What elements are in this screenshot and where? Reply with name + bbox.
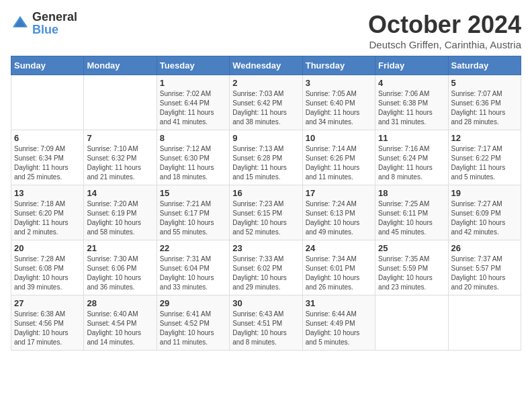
day-info: Sunrise: 6:44 AM Sunset: 4:49 PM Dayligh… bbox=[306, 310, 372, 347]
calendar-cell: 30Sunrise: 6:43 AM Sunset: 4:51 PM Dayli… bbox=[230, 295, 302, 351]
calendar-cell: 29Sunrise: 6:41 AM Sunset: 4:52 PM Dayli… bbox=[157, 295, 229, 351]
day-number: 20 bbox=[14, 243, 81, 253]
calendar-cell: 8Sunrise: 7:12 AM Sunset: 6:30 PM Daylig… bbox=[157, 130, 229, 185]
calendar-cell: 1Sunrise: 7:02 AM Sunset: 6:44 PM Daylig… bbox=[157, 75, 229, 130]
day-number: 4 bbox=[378, 78, 445, 88]
day-info: Sunrise: 7:23 AM Sunset: 6:15 PM Dayligh… bbox=[232, 199, 299, 237]
day-info: Sunrise: 7:03 AM Sunset: 6:42 PM Dayligh… bbox=[232, 89, 299, 127]
day-info: Sunrise: 7:27 AM Sunset: 6:09 PM Dayligh… bbox=[451, 199, 518, 237]
calendar-cell: 4Sunrise: 7:06 AM Sunset: 6:38 PM Daylig… bbox=[375, 75, 448, 130]
calendar-cell: 25Sunrise: 7:35 AM Sunset: 5:59 PM Dayli… bbox=[375, 240, 448, 295]
calendar-cell: 5Sunrise: 7:07 AM Sunset: 6:36 PM Daylig… bbox=[448, 75, 521, 130]
page-header: General Blue October 2024 Deutsch Griffe… bbox=[11, 11, 521, 50]
logo-icon bbox=[11, 14, 30, 33]
day-number: 22 bbox=[160, 243, 226, 253]
day-info: Sunrise: 7:07 AM Sunset: 6:36 PM Dayligh… bbox=[451, 89, 518, 127]
calendar-cell: 14Sunrise: 7:20 AM Sunset: 6:19 PM Dayli… bbox=[84, 185, 157, 240]
calendar-week-4: 20Sunrise: 7:28 AM Sunset: 6:08 PM Dayli… bbox=[11, 240, 521, 295]
day-number: 28 bbox=[87, 298, 153, 308]
calendar-body: 1Sunrise: 7:02 AM Sunset: 6:44 PM Daylig… bbox=[11, 75, 521, 351]
day-number: 23 bbox=[232, 243, 299, 253]
calendar-cell: 24Sunrise: 7:34 AM Sunset: 6:01 PM Dayli… bbox=[302, 240, 375, 295]
day-info: Sunrise: 7:17 AM Sunset: 6:22 PM Dayligh… bbox=[451, 144, 518, 182]
day-number: 13 bbox=[14, 188, 81, 198]
calendar-cell: 26Sunrise: 7:37 AM Sunset: 5:57 PM Dayli… bbox=[448, 240, 521, 295]
calendar-cell: 9Sunrise: 7:13 AM Sunset: 6:28 PM Daylig… bbox=[230, 130, 302, 185]
day-info: Sunrise: 7:09 AM Sunset: 6:34 PM Dayligh… bbox=[14, 144, 81, 182]
header-day-sunday: Sunday bbox=[11, 56, 84, 75]
calendar-cell: 19Sunrise: 7:27 AM Sunset: 6:09 PM Dayli… bbox=[448, 185, 521, 240]
day-info: Sunrise: 7:25 AM Sunset: 6:11 PM Dayligh… bbox=[378, 199, 445, 237]
calendar-cell: 28Sunrise: 6:40 AM Sunset: 4:54 PM Dayli… bbox=[84, 295, 157, 351]
calendar-cell bbox=[448, 295, 521, 351]
day-info: Sunrise: 6:41 AM Sunset: 4:52 PM Dayligh… bbox=[160, 310, 226, 347]
month-title: October 2024 bbox=[368, 11, 521, 39]
day-number: 27 bbox=[14, 298, 81, 308]
calendar-cell: 15Sunrise: 7:21 AM Sunset: 6:17 PM Dayli… bbox=[157, 185, 229, 240]
day-number: 29 bbox=[160, 298, 226, 308]
day-number: 26 bbox=[451, 243, 518, 253]
logo: General Blue bbox=[11, 11, 77, 36]
day-number: 16 bbox=[232, 188, 299, 198]
calendar-table: SundayMondayTuesdayWednesdayThursdayFrid… bbox=[11, 56, 521, 351]
calendar-cell: 18Sunrise: 7:25 AM Sunset: 6:11 PM Dayli… bbox=[375, 185, 448, 240]
header-day-monday: Monday bbox=[84, 56, 157, 75]
day-number: 15 bbox=[160, 188, 226, 198]
day-number: 9 bbox=[232, 133, 299, 143]
logo-general: General bbox=[32, 10, 77, 24]
day-number: 14 bbox=[87, 188, 153, 198]
day-info: Sunrise: 7:20 AM Sunset: 6:19 PM Dayligh… bbox=[87, 199, 153, 237]
day-number: 11 bbox=[378, 133, 445, 143]
header-day-thursday: Thursday bbox=[302, 56, 375, 75]
day-info: Sunrise: 7:35 AM Sunset: 5:59 PM Dayligh… bbox=[378, 255, 445, 292]
day-info: Sunrise: 7:10 AM Sunset: 6:32 PM Dayligh… bbox=[87, 144, 153, 182]
day-info: Sunrise: 7:13 AM Sunset: 6:28 PM Dayligh… bbox=[232, 144, 299, 182]
day-number: 17 bbox=[306, 188, 372, 198]
header-day-wednesday: Wednesday bbox=[230, 56, 302, 75]
day-info: Sunrise: 7:14 AM Sunset: 6:26 PM Dayligh… bbox=[306, 144, 372, 182]
calendar-week-3: 13Sunrise: 7:18 AM Sunset: 6:20 PM Dayli… bbox=[11, 185, 521, 240]
calendar-cell: 13Sunrise: 7:18 AM Sunset: 6:20 PM Dayli… bbox=[11, 185, 84, 240]
calendar-cell: 3Sunrise: 7:05 AM Sunset: 6:40 PM Daylig… bbox=[302, 75, 375, 130]
day-number: 21 bbox=[87, 243, 153, 253]
day-number: 3 bbox=[306, 78, 372, 88]
header-day-tuesday: Tuesday bbox=[157, 56, 229, 75]
day-number: 25 bbox=[378, 243, 445, 253]
day-info: Sunrise: 7:02 AM Sunset: 6:44 PM Dayligh… bbox=[160, 89, 226, 127]
calendar-cell bbox=[11, 75, 84, 130]
day-info: Sunrise: 6:40 AM Sunset: 4:54 PM Dayligh… bbox=[87, 310, 153, 347]
day-info: Sunrise: 7:24 AM Sunset: 6:13 PM Dayligh… bbox=[306, 199, 372, 237]
day-number: 12 bbox=[451, 133, 518, 143]
logo-blue: Blue bbox=[32, 23, 58, 36]
header-day-friday: Friday bbox=[375, 56, 448, 75]
day-number: 24 bbox=[306, 243, 372, 253]
day-number: 7 bbox=[87, 133, 153, 143]
calendar-cell: 22Sunrise: 7:31 AM Sunset: 6:04 PM Dayli… bbox=[157, 240, 229, 295]
day-info: Sunrise: 7:30 AM Sunset: 6:06 PM Dayligh… bbox=[87, 255, 153, 292]
calendar-cell: 2Sunrise: 7:03 AM Sunset: 6:42 PM Daylig… bbox=[230, 75, 302, 130]
calendar-week-5: 27Sunrise: 6:38 AM Sunset: 4:56 PM Dayli… bbox=[11, 295, 521, 351]
day-info: Sunrise: 7:28 AM Sunset: 6:08 PM Dayligh… bbox=[14, 255, 81, 292]
calendar-cell bbox=[375, 295, 448, 351]
day-number: 10 bbox=[306, 133, 372, 143]
day-number: 31 bbox=[306, 298, 372, 308]
day-info: Sunrise: 6:38 AM Sunset: 4:56 PM Dayligh… bbox=[14, 310, 81, 347]
calendar-week-1: 1Sunrise: 7:02 AM Sunset: 6:44 PM Daylig… bbox=[11, 75, 521, 130]
day-info: Sunrise: 7:16 AM Sunset: 6:24 PM Dayligh… bbox=[378, 144, 445, 182]
day-info: Sunrise: 6:43 AM Sunset: 4:51 PM Dayligh… bbox=[232, 310, 299, 347]
calendar-cell: 20Sunrise: 7:28 AM Sunset: 6:08 PM Dayli… bbox=[11, 240, 84, 295]
calendar-cell: 12Sunrise: 7:17 AM Sunset: 6:22 PM Dayli… bbox=[448, 130, 521, 185]
calendar-cell: 6Sunrise: 7:09 AM Sunset: 6:34 PM Daylig… bbox=[11, 130, 84, 185]
calendar-cell: 23Sunrise: 7:33 AM Sunset: 6:02 PM Dayli… bbox=[230, 240, 302, 295]
calendar-cell: 31Sunrise: 6:44 AM Sunset: 4:49 PM Dayli… bbox=[302, 295, 375, 351]
day-number: 5 bbox=[451, 78, 518, 88]
calendar-cell: 7Sunrise: 7:10 AM Sunset: 6:32 PM Daylig… bbox=[84, 130, 157, 185]
day-info: Sunrise: 7:21 AM Sunset: 6:17 PM Dayligh… bbox=[160, 199, 226, 237]
location-title: Deutsch Griffen, Carinthia, Austria bbox=[368, 39, 521, 50]
day-number: 6 bbox=[14, 133, 81, 143]
calendar-cell: 21Sunrise: 7:30 AM Sunset: 6:06 PM Dayli… bbox=[84, 240, 157, 295]
calendar-cell: 17Sunrise: 7:24 AM Sunset: 6:13 PM Dayli… bbox=[302, 185, 375, 240]
calendar-cell: 10Sunrise: 7:14 AM Sunset: 6:26 PM Dayli… bbox=[302, 130, 375, 185]
calendar-header-row: SundayMondayTuesdayWednesdayThursdayFrid… bbox=[11, 56, 521, 75]
day-number: 2 bbox=[232, 78, 299, 88]
